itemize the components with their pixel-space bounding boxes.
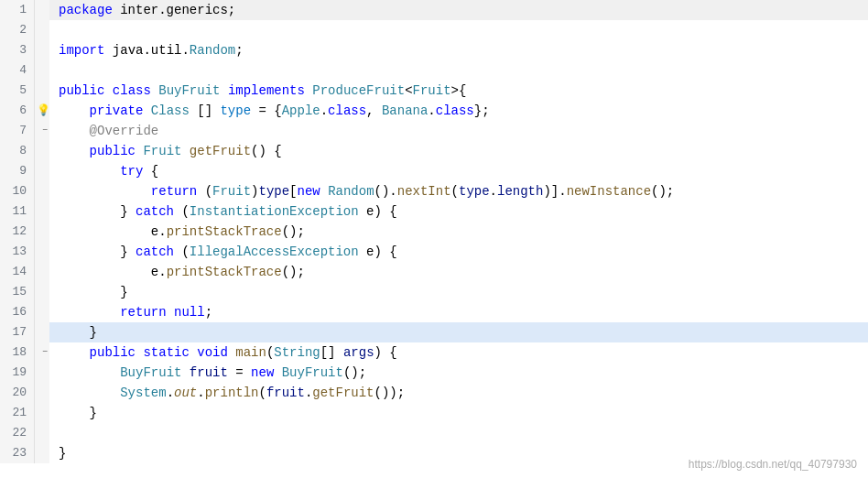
token: fruit: [266, 386, 305, 400]
line-content: public class BuyFruit implements Produce…: [49, 81, 868, 101]
token: [181, 365, 189, 380]
token: newInstance: [567, 184, 651, 199]
token: .: [490, 184, 497, 199]
token: BuyFruit: [158, 83, 220, 98]
token: .: [197, 386, 204, 400]
line-gutter: [35, 201, 49, 222]
token: [59, 345, 90, 360]
line-number: 11: [0, 201, 35, 222]
token: {: [143, 164, 158, 179]
token: [59, 386, 120, 400]
token: Banana: [382, 103, 428, 118]
lightbulb-icon[interactable]: 💡: [37, 101, 50, 121]
code-line: 5public class BuyFruit implements Produc…: [0, 81, 868, 101]
code-line: 7− @Override: [0, 121, 868, 141]
line-content: }: [49, 403, 868, 423]
line-number: 2: [0, 20, 35, 40]
watermark: https://blog.csdn.net/qq_40797930: [689, 458, 857, 471]
token: System: [120, 386, 166, 400]
token: [143, 103, 150, 118]
line-number: 12: [0, 222, 35, 242]
token: e) {: [359, 244, 397, 259]
token: [167, 305, 174, 320]
line-number: 15: [0, 282, 35, 302]
token: getFruit: [312, 386, 374, 400]
fold-icon[interactable]: −: [42, 342, 48, 363]
line-number: 19: [0, 363, 35, 383]
token: ());: [374, 386, 406, 400]
token: java.util.: [104, 43, 189, 58]
line-number: 18: [0, 342, 35, 363]
line-content: private Class [] type = {Apple.class, Ba…: [49, 101, 868, 121]
token: length: [497, 184, 543, 199]
token: class: [328, 103, 366, 118]
line-content: System.out.println(fruit.getFruit());: [49, 383, 868, 403]
token: };: [474, 103, 490, 118]
code-line: 4: [0, 60, 868, 81]
token: ) {: [374, 345, 397, 360]
token: Apple: [282, 103, 320, 118]
fold-icon[interactable]: −: [42, 121, 48, 141]
token: Fruit: [413, 83, 451, 98]
token: }: [59, 406, 97, 420]
token: implements: [228, 83, 305, 98]
token: ;: [235, 43, 243, 58]
token: args: [343, 345, 374, 360]
line-gutter: [35, 40, 49, 60]
token: class: [113, 83, 151, 98]
token: type: [258, 184, 289, 199]
token: [59, 144, 90, 158]
token: type: [220, 103, 251, 118]
code-line: 13 } catch (IllegalAccessException e) {: [0, 242, 868, 262]
token: [274, 365, 281, 380]
token: Fruit: [143, 144, 181, 158]
token: [151, 83, 158, 98]
line-content: return null;: [49, 302, 868, 322]
line-gutter: [35, 282, 49, 302]
token: (: [174, 204, 190, 219]
token: type: [459, 184, 490, 199]
token: [181, 144, 189, 158]
line-gutter: 💡: [35, 101, 49, 121]
line-content: @Override: [49, 121, 868, 141]
line-number: 16: [0, 302, 35, 322]
line-gutter: [35, 0, 49, 20]
line-gutter: [35, 443, 49, 463]
token: ().: [374, 184, 397, 199]
token: (: [258, 386, 266, 400]
line-content: return (Fruit)type[new Random().nextInt(…: [49, 181, 868, 201]
line-content: e.printStackTrace();: [49, 222, 868, 242]
line-number: 22: [0, 423, 35, 443]
line-content: public static void main(String[] args) {: [49, 342, 868, 363]
token: null: [174, 305, 205, 320]
token: String: [274, 345, 320, 360]
token: <: [405, 83, 412, 98]
line-gutter: [35, 242, 49, 262]
token: public: [59, 83, 104, 98]
token: .: [428, 103, 435, 118]
token: [: [289, 184, 297, 199]
token: static: [143, 345, 189, 360]
line-number: 20: [0, 383, 35, 403]
token: ProduceFruit: [312, 83, 405, 98]
line-gutter: [35, 322, 49, 342]
token: package: [59, 3, 113, 17]
token: .: [320, 103, 328, 118]
token: @Override: [90, 124, 159, 138]
token: return: [120, 305, 166, 320]
token: [59, 305, 120, 320]
line-gutter: [35, 181, 49, 201]
line-gutter: [35, 262, 49, 282]
token: e.: [59, 224, 167, 239]
line-content: import java.util.Random;: [49, 40, 868, 60]
token: printStackTrace: [167, 224, 282, 239]
code-line: 9 try {: [0, 161, 868, 181]
token: [320, 184, 328, 199]
token: [190, 345, 197, 360]
token: return: [151, 184, 197, 199]
code-line: 11 } catch (InstantiationException e) {: [0, 201, 868, 222]
token: IllegalAccessException: [190, 244, 359, 259]
token: ();: [651, 184, 674, 199]
line-gutter: [35, 403, 49, 423]
line-gutter: [35, 363, 49, 383]
